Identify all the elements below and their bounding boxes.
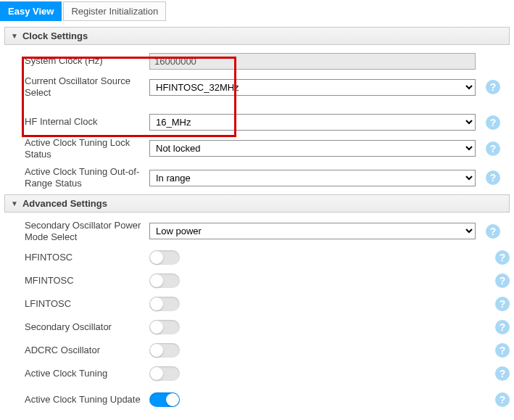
chevron-down-icon: ▼ — [11, 199, 18, 207]
active-clock-tuning-update-toggle[interactable] — [149, 392, 180, 407]
secondary-oscillator-toggle[interactable] — [149, 320, 180, 334]
label-hfintosc: HFINTOSC — [25, 252, 149, 263]
label-oor-status: Active Clock Tuning Out-of-Range Status — [25, 166, 149, 190]
chevron-down-icon: ▼ — [11, 32, 18, 40]
hf-internal-clock-select[interactable]: 16_MHz — [149, 114, 476, 131]
active-clock-tuning-toggle[interactable] — [149, 366, 180, 381]
help-icon[interactable]: ? — [486, 141, 500, 156]
label-oscillator-source: Current Oscillator Source Select — [25, 75, 149, 99]
section-title: Advanced Settings — [22, 198, 107, 209]
label-secondary-oscillator: Secondary Oscillator — [25, 321, 149, 333]
adcrc-oscillator-toggle[interactable] — [149, 343, 180, 358]
help-icon[interactable]: ? — [495, 366, 510, 381]
oor-status-select[interactable]: In range — [149, 170, 476, 186]
help-icon[interactable]: ? — [495, 273, 510, 288]
label-hf-internal-clock: HF Internal Clock — [25, 116, 149, 128]
hfintosc-toggle[interactable] — [149, 250, 180, 265]
help-icon[interactable]: ? — [486, 224, 500, 239]
sosc-power-select[interactable]: Low power — [149, 223, 476, 239]
mfintosc-toggle[interactable] — [149, 273, 180, 288]
label-active-clock-tuning-update: Active Clock Tuning Update — [25, 394, 149, 405]
section-header-clock-settings[interactable]: ▼ Clock Settings — [4, 27, 510, 45]
label-lfintosc: LFINTOSC — [25, 298, 149, 310]
help-icon[interactable]: ? — [495, 297, 510, 311]
tab-register-initialization[interactable]: Register Initialization — [63, 1, 166, 21]
oscillator-source-select[interactable]: HFINTOSC_32MHz — [149, 79, 476, 96]
system-clock-input[interactable] — [149, 53, 476, 70]
help-icon[interactable]: ? — [495, 320, 510, 334]
help-icon[interactable]: ? — [495, 343, 510, 358]
help-icon[interactable]: ? — [495, 392, 510, 407]
label-mfintosc: MFINTOSC — [25, 275, 149, 287]
label-adcrc-oscillator: ADCRC Oscillator — [25, 345, 149, 356]
label-system-clock: System Clock (Hz) — [25, 55, 149, 67]
label-lock-status: Active Clock Tuning Lock Status — [25, 137, 149, 161]
section-header-advanced-settings[interactable]: ▼ Advanced Settings — [4, 194, 510, 213]
lock-status-select[interactable]: Not locked — [149, 140, 476, 157]
section-title: Clock Settings — [22, 30, 88, 41]
label-active-clock-tuning: Active Clock Tuning — [25, 368, 149, 379]
lfintosc-toggle[interactable] — [149, 297, 180, 311]
tab-easy-view[interactable]: Easy View — [0, 1, 62, 21]
help-icon[interactable]: ? — [486, 80, 500, 94]
label-sosc-power: Secondary Oscillator Power Mode Select — [25, 220, 149, 244]
help-icon[interactable]: ? — [486, 170, 500, 185]
help-icon[interactable]: ? — [495, 250, 510, 265]
help-icon[interactable]: ? — [486, 115, 500, 130]
